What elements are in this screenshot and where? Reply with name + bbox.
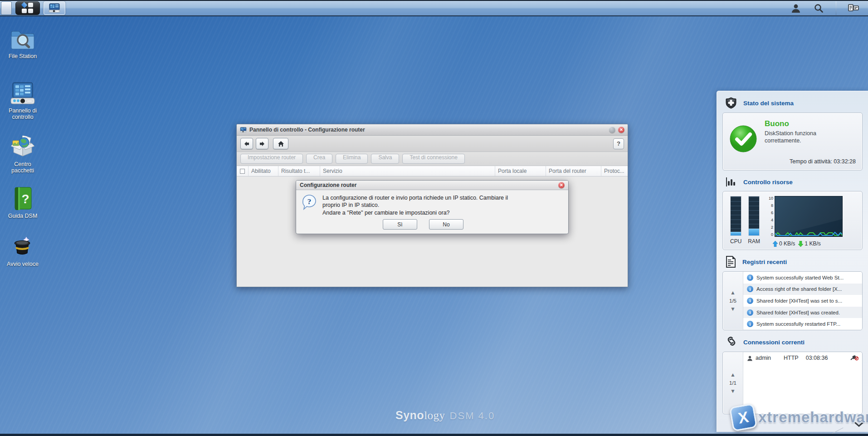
desktop-icon-dsm-help[interactable]: ? Guida DSM: [3, 187, 43, 219]
main-menu-button[interactable]: [15, 1, 40, 15]
home-button[interactable]: [273, 138, 288, 149]
column-header[interactable]: Porta locale: [495, 166, 546, 176]
window-nav-row: ?: [237, 136, 628, 152]
svg-text:?: ?: [21, 192, 29, 206]
dialog-titlebar[interactable]: Configurazione router ✕: [296, 181, 568, 190]
log-entry[interactable]: iSystem successfully started Web St...: [743, 272, 862, 284]
close-button[interactable]: ✕: [618, 127, 624, 133]
router-setup-button[interactable]: Impostazione router: [240, 154, 303, 164]
xtremehardware-text: xtremehardware.it: [758, 409, 868, 426]
file-station-icon: [3, 27, 43, 51]
main-menu-icon: [22, 3, 34, 14]
back-button[interactable]: [240, 138, 253, 149]
pilot-view-panel: Stato del sistema Buono DiskStation funz…: [717, 91, 868, 432]
widget-title: Stato del sistema: [743, 100, 794, 107]
control-panel-icon: [49, 3, 60, 13]
upload-rate: 0 KB/s: [779, 240, 795, 247]
desktop-icon-quick-start[interactable]: Avvio veloce: [3, 233, 43, 267]
log-entry[interactable]: iShared folder [XHTest] was created.: [743, 307, 862, 318]
log-document-icon: [725, 256, 736, 268]
column-header[interactable]: Servizio: [320, 166, 495, 176]
pilot-view-icon[interactable]: [848, 3, 859, 14]
widget-title: Controllo risorse: [743, 179, 793, 186]
connection-test-button[interactable]: Test di connessione: [402, 154, 464, 164]
desktop-icon-file-station[interactable]: File Station: [3, 27, 43, 59]
window-titlebar[interactable]: Pannello di controllo - Configurazione r…: [237, 124, 628, 136]
table-header-row: Abilitato Risultato t... Servizio Porta …: [237, 166, 628, 176]
connections-page-down[interactable]: ▼: [730, 388, 736, 394]
disconnect-icon[interactable]: [850, 354, 858, 362]
dialog-close-button[interactable]: ✕: [558, 182, 565, 188]
search-icon[interactable]: [813, 3, 824, 14]
user-icon[interactable]: [790, 3, 801, 14]
window-icon: [240, 127, 247, 133]
logs-pagination: ▲ 1/5 ▼: [723, 272, 743, 330]
connections-page-up[interactable]: ▲: [730, 372, 736, 377]
logs-page-indicator: 1/5: [729, 298, 736, 304]
desktop-icon-package-center[interactable]: Centro pacchetti: [3, 135, 43, 174]
user-icon: [747, 355, 753, 361]
resource-monitor-card: CPU RAM 10 8 6 4 2 0: [722, 191, 863, 250]
xtremehardware-watermark: X xtremehardware.it: [731, 405, 868, 430]
dialog-title: Configurazione router: [300, 182, 558, 188]
log-entry[interactable]: iAccess right of the shared folder [X...: [743, 284, 862, 295]
help-button[interactable]: ?: [613, 138, 624, 149]
create-button[interactable]: Crea: [306, 154, 332, 164]
status-ok-icon: [729, 125, 757, 165]
save-button[interactable]: Salva: [371, 154, 399, 164]
svg-text:?: ?: [307, 197, 312, 206]
forward-button[interactable]: [256, 138, 268, 149]
select-all-checkbox[interactable]: [237, 166, 249, 176]
shield-icon: [725, 97, 737, 109]
cpu-meter: CPU: [730, 196, 741, 247]
column-header[interactable]: Abilitato: [249, 166, 278, 176]
logs-page-up[interactable]: ▲: [730, 290, 736, 295]
desktop-icon-label: Centro pacchetti: [3, 161, 43, 174]
connection-user: admin: [756, 355, 771, 361]
show-desktop-button[interactable]: [1, 1, 12, 15]
minimize-button[interactable]: [609, 127, 615, 133]
recent-logs-header: Registri recenti: [717, 250, 868, 271]
info-icon: i: [747, 298, 753, 304]
no-button[interactable]: No: [429, 219, 463, 230]
system-health-card: Buono DiskStation funziona correttamente…: [722, 113, 863, 171]
download-arrow-icon: [798, 241, 803, 247]
status-text: Buono: [765, 119, 856, 128]
network-graph-y-axis: 10 8 6 4 2 0: [766, 196, 775, 237]
desktop-icon-control-panel[interactable]: Pannello di controllo: [3, 82, 43, 121]
log-entry[interactable]: iSystem successfully restarted FTP...: [743, 318, 862, 330]
info-icon: i: [747, 309, 753, 316]
network-rates: 0 KB/s 1 KB/s: [766, 239, 858, 247]
column-header[interactable]: Risultato t...: [278, 166, 320, 176]
taskbar-separator: [836, 1, 836, 15]
log-entry[interactable]: iShared folder [XHTest] was set to s...: [743, 295, 862, 307]
dialog-message: La configurazione di router e invio port…: [322, 194, 526, 209]
synology-logo: SynologyDSM 4.0: [395, 409, 495, 422]
bar-chart-icon: [725, 176, 737, 187]
connections-pagination: ▲ 1/1 ▼: [723, 352, 743, 414]
status-description: DiskStation funziona correttamente.: [765, 130, 833, 145]
yes-button[interactable]: Sì: [383, 219, 417, 230]
desktop-icon-label: File Station: [3, 53, 43, 59]
info-icon: i: [747, 321, 753, 327]
column-header[interactable]: Protoc...: [601, 166, 628, 176]
column-header[interactable]: Porta del router: [546, 166, 601, 176]
ram-meter: RAM: [748, 196, 760, 247]
link-icon: [725, 336, 737, 348]
delete-button[interactable]: Elimina: [336, 154, 368, 164]
network-graph: [775, 196, 843, 237]
ram-label: RAM: [748, 238, 760, 245]
recent-logs-card: ▲ 1/5 ▼ iSystem successfully started Web…: [722, 271, 863, 330]
window-title: Pannello di controllo - Configurazione r…: [249, 127, 606, 133]
connection-protocol: HTTP: [784, 355, 799, 361]
info-icon: i: [747, 286, 753, 292]
taskbar-control-panel-button[interactable]: [44, 1, 65, 15]
uptime-text: Tempo di attività: 03:32:28: [765, 158, 856, 165]
connections-page-indicator: 1/1: [729, 380, 736, 386]
connection-row[interactable]: admin HTTP 03:08:36: [743, 352, 862, 364]
control-panel-icon: [3, 82, 43, 105]
router-config-dialog: Configurazione router ✕ ? La configurazi…: [296, 180, 569, 234]
logs-page-down[interactable]: ▼: [730, 306, 736, 312]
desktop-icon-label: Pannello di controllo: [3, 108, 43, 121]
ram-meter-fill: [749, 229, 759, 235]
